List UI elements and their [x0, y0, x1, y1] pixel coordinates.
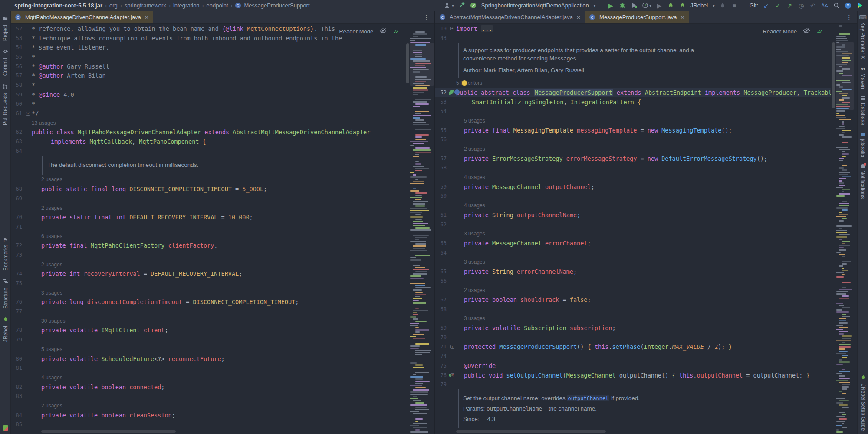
fold-marker-icon[interactable]: ^ — [26, 112, 30, 116]
code-line[interactable]: 60 * — [11, 99, 408, 109]
code-line[interactable]: 80private volatile ScheduledFuture<?> re… — [11, 354, 408, 364]
usages-inlay[interactable]: 3 usages — [435, 229, 831, 239]
code-line[interactable]: 82private volatile boolean connected; — [11, 382, 408, 392]
code-line[interactable]: 76+public void setOutputChannel(MessageC… — [435, 371, 831, 380]
line-number[interactable]: 62 — [435, 222, 448, 228]
chevron-down-icon[interactable]: ▾ — [713, 3, 715, 8]
code-line[interactable]: 69private volatile Subscription subscrip… — [435, 323, 831, 333]
usages-inlay[interactable]: 30 usages — [11, 316, 408, 326]
history-icon[interactable]: ◷ — [797, 1, 805, 10]
line-number[interactable]: 43 — [435, 35, 448, 41]
line-number[interactable]: 75 — [435, 363, 448, 369]
line-number[interactable]: 71 — [11, 224, 24, 230]
subclassed-marker-icon[interactable] — [449, 90, 454, 95]
line-number[interactable]: 57 — [11, 73, 24, 79]
code-line[interactable]: 56 — [435, 135, 831, 145]
horizontal-scrollbar[interactable] — [41, 430, 176, 433]
jrebel-logo-icon[interactable] — [0, 422, 11, 434]
line-number[interactable]: 62 — [11, 129, 24, 135]
code-line[interactable]: 61^ */ — [11, 109, 408, 118]
code-line[interactable]: 59private MessageChannel outputChannel; — [435, 182, 831, 192]
code-line[interactable]: 83 — [11, 391, 408, 401]
breadcrumb[interactable]: spring-integration-core-5.5.18.jar›org›s… — [0, 2, 310, 9]
hide-inlays-icon[interactable] — [803, 27, 810, 36]
stripe-item-commit[interactable]: Commit — [0, 44, 10, 79]
minimap-viewport[interactable] — [836, 42, 854, 110]
code-line[interactable]: 75@Override — [435, 361, 831, 371]
tab-options-icon[interactable]: ⋮ — [846, 13, 853, 21]
line-number[interactable]: 53 — [435, 99, 448, 105]
code-line[interactable]: 62 — [435, 220, 831, 229]
line-number[interactable]: 79 — [435, 381, 448, 388]
code-line[interactable]: 58 * — [11, 80, 408, 90]
jrebel-debug-icon[interactable] — [679, 1, 687, 10]
fold-marker-icon[interactable]: + — [450, 345, 454, 349]
line-number[interactable]: 67 — [435, 297, 448, 303]
code-line[interactable]: 72private final MqttPahoClientFactory cl… — [11, 241, 408, 250]
code-line[interactable]: 74private int recoveryInterval = DEFAULT… — [11, 269, 408, 279]
line-number[interactable]: 52 — [435, 89, 448, 96]
code-line[interactable]: 65private String errorChannelName; — [435, 267, 831, 276]
code-line[interactable]: 77 — [11, 307, 408, 316]
usages-inlay[interactable]: 6 usages — [11, 232, 408, 241]
code-line[interactable]: 66 — [435, 276, 831, 286]
chevron-down-icon[interactable]: ▾ — [594, 3, 596, 8]
tab-message-producer-support[interactable]: C MessageProducerSupport.java ✕ — [585, 11, 689, 23]
tab-abstract-mqtt-adapter[interactable]: C AbstractMqttMessageDrivenChannelAdapte… — [435, 11, 585, 23]
line-number[interactable]: 56 — [435, 136, 448, 142]
git-commit-icon[interactable]: ✓ — [774, 1, 782, 10]
usages-inlay[interactable]: 3 usages — [11, 288, 408, 298]
usages-inlay[interactable]: 2 usages — [435, 286, 831, 295]
code-line[interactable]: 60 — [435, 192, 831, 201]
code-line[interactable]: 57 * @author Artem Bilan — [11, 71, 408, 80]
close-icon[interactable]: ✕ — [145, 14, 149, 20]
code-line[interactable]: 64 — [435, 248, 831, 258]
breadcrumb-item[interactable]: integration — [173, 2, 200, 9]
breadcrumb-item[interactable]: endpoint — [207, 2, 228, 9]
code-line[interactable]: 76private long disconnectCompletionTimeo… — [11, 298, 408, 307]
line-number[interactable]: 63 — [11, 139, 24, 145]
usages-inlay[interactable]: 3 usages — [435, 314, 831, 324]
line-number[interactable]: 53 — [11, 35, 24, 41]
line-number[interactable]: 85 — [11, 421, 24, 427]
close-icon[interactable]: ✕ — [681, 14, 685, 20]
stripe-item-database[interactable]: Database — [858, 93, 868, 129]
line-number[interactable]: 68 — [11, 186, 24, 192]
tab-mqttpaho-adapter[interactable]: C MqttPahoMessageDrivenChannelAdapter.ja… — [11, 11, 153, 23]
usages-inlay[interactable]: 3 usages — [435, 257, 831, 267]
line-number[interactable]: 56 — [11, 63, 24, 70]
line-number[interactable]: 73 — [11, 252, 24, 258]
breadcrumb-leaf[interactable]: MessageProducerSupport — [244, 2, 310, 9]
usages-inlay[interactable]: 13 usages — [11, 118, 408, 128]
code-line[interactable]: 62public class MqttPahoMessageDrivenChan… — [11, 128, 408, 137]
line-number[interactable]: 55 — [11, 54, 24, 60]
line-number[interactable]: 78 — [11, 327, 24, 333]
line-number[interactable]: 58 — [435, 165, 448, 171]
stripe-item-jrebel[interactable]: JRebel — [0, 312, 11, 345]
usages-inlay[interactable]: 2 usages — [11, 175, 408, 185]
usages-inlay[interactable]: 5 Inheritors — [435, 78, 831, 88]
line-number[interactable]: 71 — [435, 344, 448, 350]
line-number[interactable]: 52 — [11, 26, 24, 32]
translate-icon[interactable]: A — [821, 1, 829, 10]
line-number[interactable]: 59 — [435, 184, 448, 190]
fold-marker-icon[interactable]: + — [450, 27, 454, 30]
usages-inlay[interactable]: 4 usages — [11, 373, 408, 382]
minimap-viewport[interactable] — [410, 43, 434, 86]
usages-inlay[interactable]: 5 usages — [11, 345, 408, 354]
line-number[interactable]: 69 — [11, 195, 24, 202]
line-number[interactable]: 61 — [11, 110, 24, 116]
vertical-scrollbar[interactable] — [406, 43, 409, 83]
code-line[interactable]: 70 — [435, 333, 831, 342]
line-number[interactable]: 82 — [11, 384, 24, 390]
stripe-item-notifications[interactable]: Notifications — [858, 161, 868, 202]
code-line[interactable]: 59 * @since 4.0 — [11, 90, 408, 99]
profiler-icon[interactable]: ▾ — [642, 1, 651, 10]
code-line[interactable]: 75 — [11, 278, 408, 288]
code-line[interactable]: 55 * — [11, 52, 408, 62]
line-number[interactable]: 19 — [435, 26, 448, 32]
code-line[interactable]: 57private ErrorMessageStrategy errorMess… — [435, 154, 831, 163]
line-number[interactable]: 75 — [11, 280, 24, 286]
usages-inlay[interactable]: 4 usages — [435, 172, 831, 182]
line-number[interactable]: 57 — [435, 156, 448, 162]
